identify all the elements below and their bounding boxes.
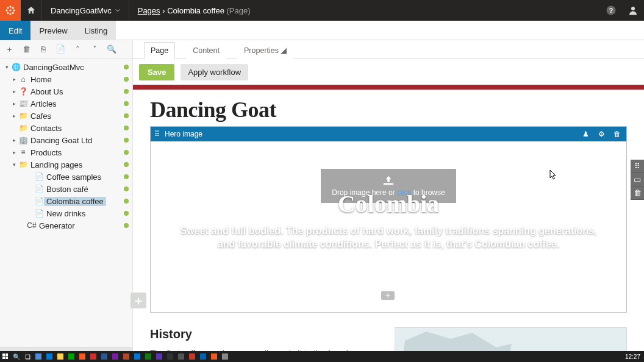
mode-preview[interactable]: Preview: [30, 21, 76, 40]
mode-bar: Edit Preview Listing: [0, 21, 644, 40]
svg-point-3: [6, 10, 8, 12]
add-widget-top-button[interactable]: ＋: [381, 291, 395, 300]
tree-colombia-coffee[interactable]: 📄Colombia coffee: [1, 195, 131, 207]
taskbar-app[interactable]: [55, 351, 66, 362]
new-page-icon[interactable]: ＋: [4, 44, 15, 55]
hero-body[interactable]: Drop image here or click to browse Colom…: [151, 141, 626, 312]
start-button[interactable]: [0, 351, 11, 362]
taskbar-app[interactable]: [33, 351, 44, 362]
copy-icon[interactable]: ⎘: [38, 44, 49, 54]
content-tabs: Page Content Properties ◢: [133, 40, 644, 59]
search-icon[interactable]: 🔍: [106, 44, 117, 54]
tab-content[interactable]: Content: [186, 42, 226, 59]
delete-icon[interactable]: 🗑: [21, 44, 32, 54]
widget-name: Hero image: [165, 130, 202, 138]
taskbar-app[interactable]: [198, 351, 209, 362]
content-tree[interactable]: ▾🌐DancingGoatMvc ▸⌂Home ▸❓About Us ▸📰Art…: [0, 59, 132, 347]
tree-new-drinks[interactable]: 📄New drinks: [1, 207, 131, 219]
taskbar-app[interactable]: [121, 351, 132, 362]
page-canvas[interactable]: Dancing Goat ⠿ Hero image ♟ ⚙ 🗑 Drop ima…: [133, 90, 644, 362]
taskbar-app[interactable]: [209, 351, 220, 362]
trash-icon[interactable]: 🗑: [612, 130, 623, 138]
taskbar-app[interactable]: [66, 351, 77, 362]
hero-subtitle: Sweet and full bodied. The products of h…: [175, 224, 602, 250]
taskbar-app[interactable]: [220, 351, 231, 362]
tree-boston-cafe[interactable]: 📄Boston café: [1, 183, 131, 195]
action-bar: Save Apply workflow: [133, 59, 644, 85]
drag-handle-icon[interactable]: ⠿: [154, 130, 160, 138]
tree-cafes[interactable]: ▸📁Cafes: [1, 110, 131, 122]
tab-properties[interactable]: Properties ◢: [237, 41, 293, 59]
hero-image-widget[interactable]: ⠿ Hero image ♟ ⚙ 🗑 Drop image here or cl…: [150, 126, 627, 313]
taskbar-app[interactable]: [176, 351, 187, 362]
move-down-icon[interactable]: ˅: [89, 44, 100, 54]
section-trash-icon[interactable]: 🗑: [631, 186, 644, 200]
hero-title: Colombia: [338, 190, 440, 218]
add-section-button[interactable]: ＋: [131, 293, 146, 308]
taskbar-app[interactable]: [110, 351, 121, 362]
site-title: Dancing Goat: [150, 97, 627, 122]
tree-about-us[interactable]: ▸❓About Us: [1, 85, 131, 98]
user-icon[interactable]: [622, 0, 644, 21]
move-up-icon[interactable]: ˄: [72, 44, 83, 54]
widget-header[interactable]: ⠿ Hero image ♟ ⚙ 🗑: [151, 127, 626, 141]
tree-products[interactable]: ▸≡Products: [1, 146, 131, 158]
section-layout-icon[interactable]: ▭: [631, 173, 644, 186]
tree-coffee-samples[interactable]: 📄Coffee samples: [1, 171, 131, 183]
taskbar-app[interactable]: [154, 351, 165, 362]
tree-root[interactable]: ▾🌐DancingGoatMvc: [1, 61, 131, 73]
taskbar-search-icon[interactable]: 🔍: [11, 351, 22, 362]
taskbar-app[interactable]: [44, 351, 55, 362]
home-icon[interactable]: [21, 0, 41, 21]
taskbar-app[interactable]: [132, 351, 143, 362]
personalize-icon[interactable]: ♟: [580, 130, 591, 138]
tree-contacts[interactable]: 📁Contacts: [1, 122, 131, 134]
content-tree-sidebar: ＋ 🗑 ⎘ 📄 ˄ ˅ 🔍 ▾🌐DancingGoatMvc ▸⌂Home ▸❓…: [0, 40, 133, 362]
svg-point-1: [10, 6, 12, 8]
taskbar-app[interactable]: [187, 351, 198, 362]
svg-point-8: [12, 12, 14, 14]
app-topbar: DancingGoatMvc Pages › Colombia coffee (…: [0, 0, 644, 21]
tree-dancing-goat-ltd[interactable]: ▸🏢Dancing Goat Ltd: [1, 134, 131, 146]
taskbar-app[interactable]: [165, 351, 176, 362]
content-area: Page Content Properties ◢ Save Apply wor…: [133, 40, 644, 362]
kentico-logo[interactable]: [0, 0, 21, 21]
tree-home[interactable]: ▸⌂Home: [1, 73, 131, 85]
history-heading: History: [150, 327, 382, 341]
gear-icon[interactable]: ⚙: [596, 130, 607, 138]
svg-point-2: [10, 13, 12, 15]
taskbar-app[interactable]: [143, 351, 154, 362]
svg-rect-16: [5, 357, 8, 359]
help-icon[interactable]: ?: [600, 0, 622, 21]
breadcrumb: Pages › Colombia coffee (Page): [129, 6, 251, 15]
hero-cta-button[interactable]: TASTE FOR FREE: [335, 261, 442, 285]
section-drag-icon[interactable]: ⠿: [631, 160, 644, 173]
task-view-icon[interactable]: ❏: [22, 351, 33, 362]
workflow-status-bar: [133, 85, 644, 90]
svg-point-11: [631, 7, 635, 10]
tree-landing-pages[interactable]: ▾📁Landing pages: [1, 158, 131, 171]
svg-rect-15: [2, 357, 5, 359]
svg-point-7: [7, 12, 9, 14]
breadcrumb-page: Colombia coffee: [167, 6, 224, 15]
tab-page[interactable]: Page: [144, 42, 175, 59]
tree-generator[interactable]: C#Generator: [1, 219, 131, 232]
svg-point-4: [13, 10, 15, 12]
taskbar-app[interactable]: [88, 351, 99, 362]
apply-workflow-button[interactable]: Apply workflow: [181, 64, 248, 80]
svg-point-5: [7, 7, 9, 9]
mode-listing[interactable]: Listing: [76, 21, 116, 40]
chevron-down-icon: ◢: [281, 46, 287, 55]
taskbar-app[interactable]: [99, 351, 110, 362]
svg-rect-13: [2, 353, 5, 356]
taskbar-clock[interactable]: 12:27: [621, 353, 644, 360]
site-selector[interactable]: DancingGoatMvc: [41, 0, 129, 21]
windows-taskbar[interactable]: 🔍 ❏ 12:27: [0, 351, 644, 362]
tree-articles[interactable]: ▸📰Articles: [1, 98, 131, 110]
mode-edit[interactable]: Edit: [0, 21, 30, 40]
taskbar-app[interactable]: [77, 351, 88, 362]
save-button[interactable]: Save: [139, 64, 174, 80]
paste-icon[interactable]: 📄: [55, 44, 66, 54]
breadcrumb-root[interactable]: Pages: [138, 6, 160, 15]
site-name: DancingGoatMvc: [51, 6, 112, 15]
